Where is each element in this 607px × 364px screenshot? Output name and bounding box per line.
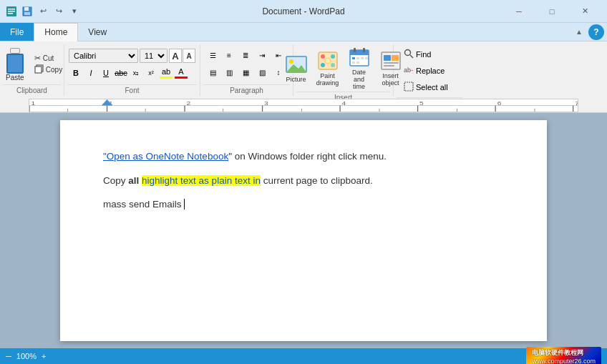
font-group-label: Font [67,84,197,96]
paste-label: Paste [6,74,24,82]
bullet-list-button[interactable]: ☰ [205,48,220,62]
customize-qa[interactable]: ▾ [67,4,82,19]
paint-drawing-label: Paint drawing [316,72,339,87]
collapse-ribbon-button[interactable]: ▲ [576,28,583,36]
maximize-button[interactable]: □ [535,0,568,23]
svg-rect-25 [365,57,368,59]
title-bar: ↩ ↪ ▾ Document - WordPad ─ □ ✕ [0,0,607,23]
superscript-button[interactable]: x² [144,66,158,80]
svg-rect-27 [356,62,359,64]
svg-point-10 [289,59,293,64]
underline-button[interactable]: U [99,66,113,80]
svg-point-13 [321,54,325,59]
quick-access-toolbar: ↩ ↪ ▾ [20,4,82,19]
align-center-button[interactable]: ▥ [221,65,237,79]
svg-text:4: 4 [342,100,346,106]
svg-text:3: 3 [264,100,268,106]
copy-button[interactable]: Copy [32,64,64,76]
search-icon [404,49,414,60]
tab-file[interactable]: File [0,23,34,41]
tab-view[interactable]: View [78,23,117,41]
tab-home[interactable]: Home [34,23,78,41]
doc-line-2: Copy all highlight text as plain text in… [103,173,504,189]
font-family-selector[interactable]: Calibri [69,49,138,63]
app-icon [6,6,17,17]
numbered-list-button[interactable]: ≡ [221,48,237,62]
minimize-button[interactable]: ─ [502,0,535,23]
window-controls: ─ □ ✕ [502,0,601,23]
window-title: Document - WordPad [262,6,344,16]
status-bar: ─ 100% + 电脑软硬件教程网 www.computer26.com [0,348,607,364]
indent-more-button[interactable]: ⇥ [254,48,270,62]
ruler-inner: 1 1 2 3 4 5 6 7 [29,99,578,112]
undo-button[interactable]: ↩ [36,4,50,19]
bold-button[interactable]: B [69,66,83,80]
svg-text:2: 2 [187,100,191,106]
clipboard-body [6,54,24,74]
document-page[interactable]: "Open as OneNote Notebook" on Windows fo… [60,120,547,341]
find-button[interactable]: Find [401,47,458,62]
doc-line-1: "Open as OneNote Notebook" on Windows fo… [103,149,504,164]
svg-rect-26 [352,62,355,64]
svg-text:6: 6 [497,100,502,106]
doc-line-3: mass send Emails [103,197,504,212]
document-area: "Open as OneNote Notebook" on Windows fo… [0,113,607,348]
status-right: 电脑软硬件教程网 www.computer26.com [526,347,601,365]
ribbon: Paste ✂ Cut Copy [0,41,607,99]
multilevel-list-button[interactable]: ≣ [238,48,253,62]
line2-suffix: current page to clipboard. [261,175,373,186]
date-and-time-button[interactable]: Date and time [345,44,374,92]
clipboard-label: Clipboard [3,84,61,96]
help-button[interactable]: ? [588,24,604,40]
align-justify-button[interactable]: ▧ [254,65,270,79]
font-size-selector[interactable]: 11 [140,49,167,63]
font-color-button[interactable]: A [174,66,188,80]
clipboard-clip [10,48,20,54]
zoom-in-btn[interactable]: + [42,352,46,360]
copy-word: Copy [103,175,128,186]
ribbon-top-right: ▲ ? [576,23,607,41]
shrink-font-button[interactable]: A [183,49,195,63]
paragraph-group: ☰ ≡ ≣ ⇥ ⇤ ▤ ▥ ▦ ▧ ↕ Paragraph [200,44,293,96]
close-button[interactable]: ✕ [568,0,601,23]
replace-label: Replace [416,67,445,75]
svg-point-16 [331,63,335,67]
paint-drawing-button[interactable]: Paint drawing [314,48,342,88]
format-buttons: B I U abc x₂ x² ab [69,66,188,80]
subscript-button[interactable]: x₂ [129,66,143,80]
italic-button[interactable]: I [84,66,98,80]
align-right-button[interactable]: ▦ [238,65,253,79]
copy-icon [34,64,44,75]
cursor [182,199,185,210]
picture-button[interactable]: Picture [282,51,311,84]
svg-rect-21 [363,48,365,52]
clipboard-group: Paste ✂ Cut Copy [0,44,64,96]
zoom-out-btn[interactable]: ─ [6,352,11,360]
watermark: 电脑软硬件教程网 www.computer26.com [526,347,601,365]
svg-rect-29 [384,55,391,61]
save-button[interactable] [20,4,34,19]
align-left-button[interactable]: ▤ [205,65,220,79]
replace-icon: ab → [404,65,414,77]
svg-line-34 [410,55,413,58]
insert-group: Picture Paint drawing [293,44,394,96]
grow-font-button[interactable]: A [169,49,182,63]
paste-button[interactable]: Paste [0,46,31,83]
strikethrough-button[interactable]: abc [114,66,128,80]
onenote-link: Open as OneNote Notebook [107,151,228,162]
copy-label: Copy [46,66,62,74]
redo-button[interactable]: ↪ [52,4,66,19]
replace-button[interactable]: ab → Replace [401,64,458,78]
scissors-icon: ✂ [34,54,41,63]
svg-rect-1 [8,9,15,10]
svg-rect-5 [24,7,29,11]
zoom-level: 100% [16,352,37,360]
svg-rect-6 [24,12,30,15]
title-bar-left: ↩ ↪ ▾ [6,4,82,19]
cut-button[interactable]: ✂ Cut [32,53,64,64]
highlight-color-button[interactable]: ab [159,66,173,80]
picture-label: Picture [286,76,306,83]
select-all-button[interactable]: Select all [401,80,458,94]
clipboard-group-inner: Paste ✂ Cut Copy [3,44,61,84]
svg-point-14 [331,54,335,59]
